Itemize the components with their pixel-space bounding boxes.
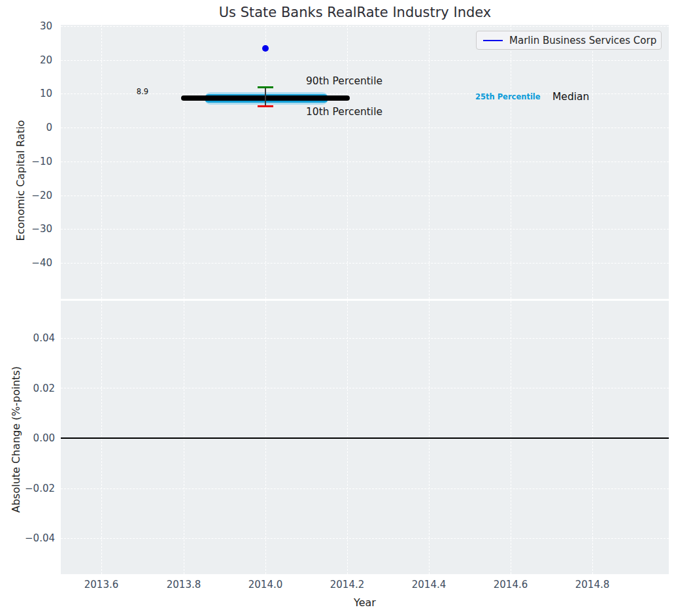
gridline-y-neg30 xyxy=(61,229,669,230)
gridline-y-20 xyxy=(61,60,669,61)
median-value-annotation: 8.9 xyxy=(129,87,156,96)
gridline-y-neg20 xyxy=(61,196,669,196)
percentile-90-cap xyxy=(258,86,273,88)
ytick-bot-0-04: 0.04 xyxy=(0,332,55,344)
top-axes: 8.9 90th Percentile 10th Percentile 25th… xyxy=(61,25,669,299)
ytick-bot-0-02: 0.02 xyxy=(0,383,55,394)
percentile-10-label: 10th Percentile xyxy=(306,106,382,118)
legend-label: Marlin Business Services Corp xyxy=(509,35,656,46)
xtick-2014-2: 2014.2 xyxy=(321,579,373,590)
gridline-y-30 xyxy=(61,26,669,27)
x-axis-label: Year xyxy=(332,596,397,609)
ytick-top-neg40: −40 xyxy=(0,257,52,269)
chart-title: Us State Banks RealRate Industry Index xyxy=(51,5,659,20)
errorbar-stem xyxy=(265,87,266,107)
legend-line-sample xyxy=(483,40,503,41)
gridline-y-0-02 xyxy=(61,388,669,388)
gridline-y-neg40 xyxy=(61,263,669,264)
gridline-y-neg0-04 xyxy=(61,538,669,539)
xtick-2014-0: 2014.0 xyxy=(239,579,292,590)
ytick-top-30: 30 xyxy=(0,20,52,32)
marlin-data-point xyxy=(262,45,269,52)
ytick-bot-0-00: 0.00 xyxy=(0,432,55,444)
xtick-2014-8: 2014.8 xyxy=(566,579,618,590)
xtick-2014-4: 2014.4 xyxy=(403,579,455,590)
xtick-2014-6: 2014.6 xyxy=(484,579,537,590)
ytick-top-20: 20 xyxy=(0,54,52,66)
ytick-bot-neg0-02: −0.02 xyxy=(0,483,55,494)
top-y-axis-label: Economic Capital Ratio xyxy=(14,120,27,241)
ytick-bot-neg0-04: −0.04 xyxy=(0,532,55,544)
xtick-2013-8: 2013.8 xyxy=(158,579,210,590)
gridline-y-neg0-02 xyxy=(61,488,669,489)
gridline-y-0 xyxy=(61,128,669,128)
gridline-y-neg10 xyxy=(61,162,669,162)
ytick-top-10: 10 xyxy=(0,88,52,99)
gridline-y-0-04 xyxy=(61,338,669,339)
median-label: Median xyxy=(552,91,589,103)
zero-line xyxy=(61,437,669,439)
bottom-y-axis-label: Absolute Change (%-points) xyxy=(10,366,22,513)
percentile-10-cap xyxy=(258,105,273,107)
percentile-25-label: 25th Percentile xyxy=(475,92,541,101)
bottom-axes xyxy=(61,301,669,574)
percentile-90-label: 90th Percentile xyxy=(306,75,382,87)
legend: Marlin Business Services Corp xyxy=(476,31,662,50)
xtick-2013-6: 2013.6 xyxy=(75,579,127,590)
